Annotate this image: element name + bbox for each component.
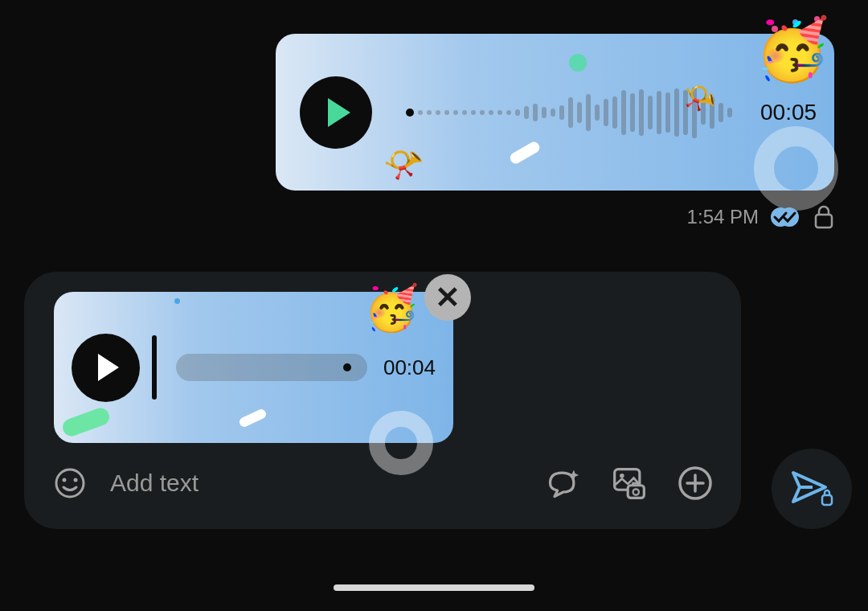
decoration-pill [238, 408, 268, 429]
magic-reply-button[interactable] [546, 465, 581, 501]
preview-progress-track[interactable] [176, 354, 367, 381]
svg-point-4 [63, 478, 67, 482]
message-composer: 00:04 🥳 ✕ [24, 272, 741, 529]
emoji-icon [54, 467, 86, 499]
message-timestamp: 1:54 PM [687, 206, 759, 228]
sent-voice-message: 00:05 🥳 📯 📯 [276, 34, 834, 191]
close-icon: ✕ [435, 282, 461, 313]
confetti-icon [174, 298, 180, 304]
party-emoji: 🥳 [755, 14, 830, 84]
read-receipt-icon [770, 206, 802, 228]
svg-rect-2 [816, 215, 832, 228]
gallery-button[interactable] [612, 465, 647, 501]
svg-point-3 [56, 470, 84, 497]
preview-duration: 00:04 [383, 355, 436, 380]
party-emoji: 🥳 [364, 282, 420, 334]
decoration-pill [60, 405, 112, 438]
lock-icon [813, 205, 834, 229]
decoration-pill [508, 140, 542, 166]
send-button[interactable] [772, 449, 852, 529]
voice-attachment-preview: 00:04 🥳 ✕ [54, 292, 453, 443]
emoji-picker-button[interactable] [52, 465, 88, 501]
progress-dot [343, 363, 351, 371]
decoration-ring [369, 411, 433, 475]
play-icon [98, 354, 119, 381]
preview-divider [152, 335, 157, 400]
play-icon [328, 98, 350, 127]
playhead-indicator [406, 109, 414, 117]
play-button[interactable] [300, 76, 372, 149]
confetti-icon [569, 54, 587, 72]
svg-rect-14 [822, 495, 832, 505]
gallery-icon [612, 465, 647, 502]
add-icon [678, 465, 713, 501]
svg-rect-8 [628, 486, 644, 498]
remove-attachment-button[interactable]: ✕ [424, 274, 471, 321]
message-metadata: 1:54 PM [687, 205, 834, 229]
preview-play-button[interactable] [72, 334, 140, 402]
party-horn-icon: 📯 [380, 140, 428, 187]
svg-point-5 [74, 478, 78, 482]
magic-reply-icon [546, 465, 581, 501]
home-indicator[interactable] [334, 584, 534, 591]
decoration-ring [754, 126, 838, 211]
send-icon [790, 470, 833, 508]
message-text-input[interactable] [102, 463, 531, 503]
add-button[interactable] [678, 465, 713, 501]
message-duration: 00:05 [760, 100, 817, 125]
